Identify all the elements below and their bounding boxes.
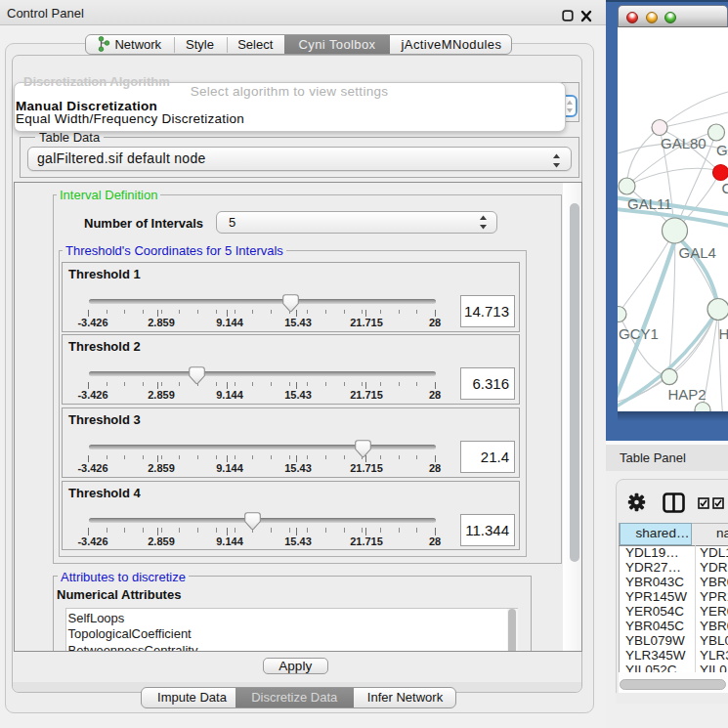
svg-text:GAL11: GAL11 — [627, 195, 672, 212]
svg-text:GA: GA — [716, 141, 728, 157]
svg-text:GAL80: GAL80 — [661, 134, 707, 150]
svg-text:H: H — [719, 324, 728, 341]
svg-text:GAL4: GAL4 — [679, 243, 716, 260]
svg-text:HAP2: HAP2 — [668, 385, 707, 402]
svg-text:C: C — [722, 180, 728, 196]
svg-text:GCY1: GCY1 — [619, 324, 659, 341]
